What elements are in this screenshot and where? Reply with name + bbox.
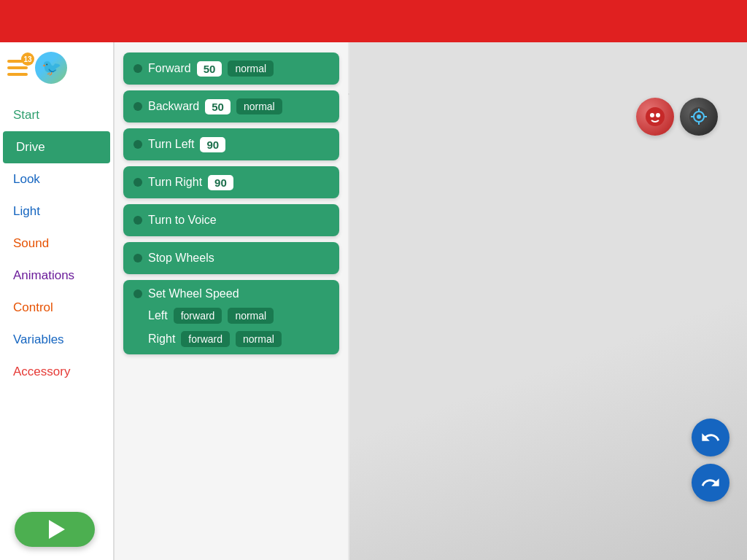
canvas-top-icons	[636, 98, 718, 136]
sidebar-item-drive[interactable]: Drive	[3, 131, 110, 163]
svg-point-5	[697, 114, 701, 119]
block-stop-wheels[interactable]: Stop Wheels	[123, 242, 339, 274]
redo-button[interactable]	[692, 464, 729, 502]
block-forward-text: Forward	[148, 62, 191, 75]
block-turn-right-value[interactable]: 90	[208, 175, 233, 190]
block-dot	[133, 289, 142, 298]
block-set-wheel-left-row: Left forward normal	[133, 308, 329, 324]
block-backward-text: Backward	[148, 100, 199, 113]
sidebar-item-start[interactable]: Start	[0, 99, 113, 131]
block-left-label: Left	[148, 309, 168, 322]
block-backward-value[interactable]: 50	[205, 99, 231, 114]
canvas-bottom-controls	[692, 419, 729, 502]
sidebar-item-accessory[interactable]: Accessory	[0, 356, 113, 388]
sidebar-item-animations[interactable]: Animations	[0, 260, 113, 292]
block-turn-left[interactable]: Turn Left 90	[123, 128, 339, 160]
block-left-direction[interactable]: forward	[174, 308, 222, 324]
block-turn-voice[interactable]: Turn to Voice	[123, 204, 339, 236]
sidebar-item-variables[interactable]: Variables	[0, 324, 113, 356]
sidebar-item-control[interactable]: Control	[0, 292, 113, 324]
block-left-speed[interactable]: normal	[228, 308, 274, 324]
play-icon	[49, 520, 65, 539]
block-right-label: Right	[148, 332, 175, 346]
svg-point-2	[656, 113, 660, 117]
block-right-speed[interactable]: normal	[236, 331, 282, 347]
block-turn-right-text: Turn Right	[148, 176, 202, 189]
block-backward[interactable]: Backward 50 normal	[123, 90, 339, 122]
block-set-wheel-speed-title: Set Wheel Speed	[148, 287, 239, 300]
svg-point-1	[650, 113, 654, 117]
avatar[interactable]: 🐦	[35, 52, 67, 84]
block-turn-right[interactable]: Turn Right 90	[123, 166, 339, 198]
block-turn-voice-text: Turn to Voice	[148, 214, 217, 227]
block-forward-value[interactable]: 50	[197, 61, 222, 77]
block-right-direction[interactable]: forward	[181, 331, 230, 347]
block-set-wheel-speed-header: Set Wheel Speed	[133, 287, 329, 300]
block-turn-left-value[interactable]: 90	[200, 137, 225, 152]
svg-point-0	[646, 107, 665, 126]
top-bar	[0, 0, 747, 42]
canvas-area	[349, 42, 747, 560]
sidebar-item-sound[interactable]: Sound	[0, 228, 113, 260]
sidebar-item-light[interactable]: Light	[0, 195, 113, 228]
notification-count: 13	[21, 52, 34, 66]
block-turn-left-text: Turn Left	[148, 138, 194, 151]
block-set-wheel-right-row: Right forward normal	[133, 331, 329, 347]
sidebar-item-look[interactable]: Look	[0, 163, 113, 195]
robot-character-icon[interactable]	[636, 98, 674, 136]
block-set-wheel-speed[interactable]: Set Wheel Speed Left forward normal Righ…	[123, 280, 339, 354]
header: 13 🐦	[0, 42, 113, 93]
block-backward-label[interactable]: normal	[236, 98, 282, 114]
block-stop-wheels-text: Stop Wheels	[148, 252, 214, 265]
notification-badge[interactable]: 13	[7, 56, 31, 79]
undo-button[interactable]	[692, 419, 729, 456]
block-forward[interactable]: Forward 50 normal	[123, 52, 339, 85]
blocks-panel: Forward 50 normal Backward 50 normal Tur…	[115, 42, 348, 560]
block-forward-label[interactable]: normal	[228, 61, 274, 77]
target-icon[interactable]	[680, 98, 718, 136]
play-button[interactable]	[15, 512, 95, 547]
sidebar: Start Drive Look Light Sound Animations …	[0, 93, 113, 560]
